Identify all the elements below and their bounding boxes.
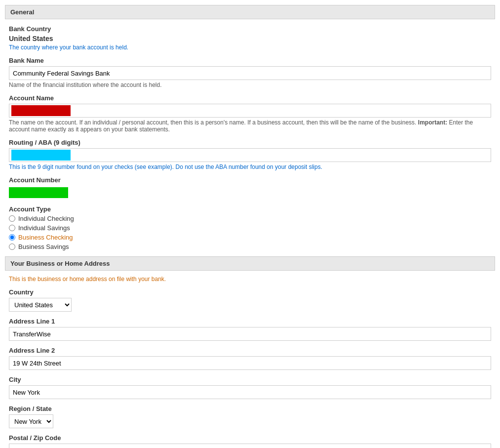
bank-name-group: Bank Name Name of the financial institut… xyxy=(5,57,495,88)
routing-aba-hint: This is the 9 digit number found on your… xyxy=(9,163,491,170)
address-line1-group: Address Line 1 xyxy=(5,318,495,341)
bank-country-hint: The country where your bank account is h… xyxy=(9,44,491,51)
routing-aba-label: Routing / ABA (9 digits) xyxy=(9,139,491,146)
account-number-label: Account Number xyxy=(9,176,491,184)
country-group: Country United States Canada United King… xyxy=(5,288,495,312)
business-checking-label[interactable]: Business Checking xyxy=(18,234,73,241)
account-type-group: Account Type Individual Checking Individ… xyxy=(5,205,495,250)
radio-business-checking: Business Checking xyxy=(9,234,491,241)
routing-aba-group: Routing / ABA (9 digits) This is the 9 d… xyxy=(5,139,495,170)
account-number-group: Account Number xyxy=(5,176,495,200)
general-section-title: General xyxy=(10,8,34,16)
account-type-label: Account Type xyxy=(9,205,491,213)
city-input[interactable] xyxy=(9,385,491,399)
business-savings-radio[interactable] xyxy=(9,244,15,250)
bank-country-group: Bank Country United States The country w… xyxy=(5,25,495,51)
region-state-select[interactable]: New York California Texas Florida xyxy=(9,414,53,428)
business-savings-label[interactable]: Business Savings xyxy=(18,243,69,250)
routing-aba-input-wrapper xyxy=(9,148,491,162)
bank-name-hint: Name of the financial institution where … xyxy=(9,81,491,88)
individual-checking-radio[interactable] xyxy=(9,215,15,222)
city-group: City xyxy=(5,376,495,399)
account-name-label: Account Name xyxy=(9,94,491,102)
address-line1-label: Address Line 1 xyxy=(9,318,491,325)
account-name-input-wrapper xyxy=(9,104,491,118)
address-hint: This is the business or home address on … xyxy=(5,276,495,283)
account-name-hint-part1: The name on the account. If an individua… xyxy=(9,119,416,126)
postal-zip-label: Postal / Zip Code xyxy=(9,434,491,442)
account-name-hint-bold: Important: xyxy=(418,119,447,126)
individual-savings-radio[interactable] xyxy=(9,225,15,231)
postal-zip-input[interactable] xyxy=(9,444,491,448)
address-line2-group: Address Line 2 xyxy=(5,347,495,370)
page-wrapper: General Bank Country United States The c… xyxy=(0,0,500,448)
address-line1-input[interactable] xyxy=(9,327,491,341)
account-name-redacted xyxy=(11,105,71,116)
radio-individual-checking: Individual Checking xyxy=(9,215,491,222)
country-label: Country xyxy=(9,288,491,296)
business-checking-radio[interactable] xyxy=(9,234,15,241)
general-section-header: General xyxy=(5,5,495,19)
address-line2-input[interactable] xyxy=(9,356,491,370)
individual-savings-label[interactable]: Individual Savings xyxy=(18,224,70,232)
bank-name-label: Bank Name xyxy=(9,57,491,64)
bank-country-label: Bank Country xyxy=(9,25,491,33)
bank-name-input[interactable] xyxy=(9,66,491,80)
address-line2-label: Address Line 2 xyxy=(9,347,491,354)
address-section-header: Your Business or Home Address xyxy=(5,256,495,271)
bank-country-value: United States xyxy=(9,35,491,42)
address-section-title: Your Business or Home Address xyxy=(10,260,110,267)
country-select[interactable]: United States Canada United Kingdom Aust… xyxy=(9,298,72,312)
radio-individual-savings: Individual Savings xyxy=(9,224,491,232)
routing-aba-redacted xyxy=(11,150,71,161)
account-name-group: Account Name The name on the account. If… xyxy=(5,94,495,133)
region-state-label: Region / State xyxy=(9,405,491,412)
postal-zip-group: Postal / Zip Code xyxy=(5,434,495,448)
city-label: City xyxy=(9,376,491,383)
account-name-hint: The name on the account. If an individua… xyxy=(9,119,491,133)
account-number-input-wrapper xyxy=(9,186,491,200)
region-state-group: Region / State New York California Texas… xyxy=(5,405,495,428)
individual-checking-label[interactable]: Individual Checking xyxy=(18,215,74,222)
radio-business-savings: Business Savings xyxy=(9,243,491,250)
account-number-redacted xyxy=(9,187,68,198)
